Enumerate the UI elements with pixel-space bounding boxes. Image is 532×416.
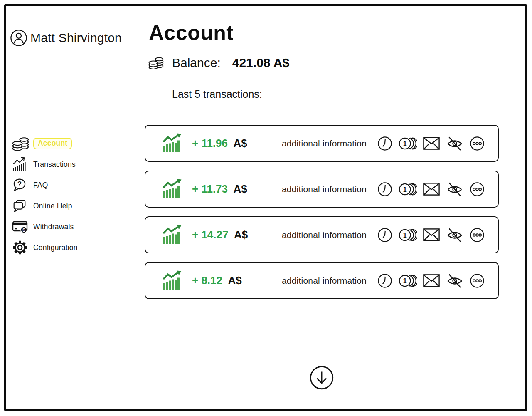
coins-icon [148, 54, 165, 71]
amount-value: + 14.27 [192, 228, 228, 241]
clock-icon[interactable] [377, 136, 392, 151]
card-dollar-icon [12, 218, 33, 235]
sidebar: Account Transactions FAQ Online Help Wit… [12, 133, 120, 258]
coin-stack-icon[interactable] [399, 182, 417, 197]
coin-stack-icon[interactable] [399, 136, 417, 151]
sidebar-item-label: Online Help [33, 202, 72, 210]
more-icon[interactable] [470, 136, 485, 151]
transaction-actions [377, 273, 485, 289]
transaction-actions [377, 181, 485, 197]
eye-off-icon[interactable] [446, 227, 463, 243]
eye-off-icon[interactable] [446, 181, 463, 197]
more-icon[interactable] [470, 182, 485, 197]
eye-off-icon[interactable] [446, 273, 463, 289]
clock-icon[interactable] [377, 273, 392, 288]
user-profile[interactable]: Matt Shirvington [10, 29, 122, 47]
growth-chart-icon [162, 179, 183, 200]
transaction-row: + 14.27 A$ additional information [145, 216, 499, 253]
transaction-list: + 11.96 A$ additional information + 11.7… [145, 125, 499, 308]
transaction-row: + 11.96 A$ additional information [145, 125, 499, 162]
mail-icon[interactable] [423, 137, 440, 150]
scroll-down-button[interactable] [309, 365, 334, 390]
amount-currency: A$ [234, 137, 247, 149]
additional-information-link[interactable]: additional information [271, 139, 377, 149]
coins-icon [12, 134, 33, 153]
arrow-down-icon [309, 365, 334, 390]
more-icon[interactable] [470, 273, 485, 288]
transaction-actions [377, 136, 485, 151]
clock-icon[interactable] [377, 182, 392, 197]
transaction-amount: + 8.12 A$ [192, 274, 271, 287]
growth-chart-icon [162, 133, 183, 154]
transactions-heading: Last 5 transactions: [172, 88, 262, 100]
growth-chart-icon [162, 225, 183, 245]
sidebar-item-label: Account [33, 138, 72, 149]
sidebar-item-online-help[interactable]: Online Help [12, 196, 120, 216]
amount-value: + 11.73 [192, 183, 228, 195]
amount-currency: A$ [228, 274, 241, 287]
user-icon [10, 29, 27, 47]
sidebar-item-label: Withdrawals [33, 223, 74, 231]
amount-currency: A$ [234, 183, 247, 195]
transaction-amount: + 11.73 A$ [192, 183, 271, 196]
balance-label: Balance: [172, 56, 221, 70]
transaction-amount: + 11.96 A$ [192, 137, 271, 150]
sidebar-item-label: FAQ [33, 181, 48, 190]
clock-icon[interactable] [377, 228, 392, 243]
transaction-row: + 8.12 A$ additional information [145, 262, 499, 299]
app-window: Matt Shirvington Account Balance: 421.08… [0, 0, 532, 416]
amount-value: + 8.12 [192, 274, 222, 287]
growth-chart-icon [162, 270, 183, 291]
user-name: Matt Shirvington [30, 31, 122, 45]
coin-stack-icon[interactable] [399, 273, 417, 288]
sidebar-item-label: Configuration [33, 243, 78, 252]
mail-icon[interactable] [423, 183, 440, 196]
question-bubble-icon [12, 177, 33, 193]
balance-value: 421.08 A$ [232, 56, 289, 70]
transaction-actions [377, 227, 485, 243]
coin-stack-icon[interactable] [399, 228, 417, 243]
sidebar-item-transactions[interactable]: Transactions [12, 154, 120, 175]
amount-value: + 11.96 [192, 137, 228, 149]
chat-bubbles-icon [12, 198, 33, 214]
sidebar-item-withdrawals[interactable]: Withdrawals [12, 216, 120, 237]
additional-information-link[interactable]: additional information [271, 230, 377, 240]
mail-icon[interactable] [423, 228, 440, 241]
more-icon[interactable] [470, 228, 485, 243]
sidebar-item-account[interactable]: Account [12, 133, 120, 154]
sidebar-item-configuration[interactable]: Configuration [12, 237, 120, 258]
additional-information-link[interactable]: additional information [271, 276, 377, 286]
sidebar-item-faq[interactable]: FAQ [12, 175, 120, 196]
page-title: Account [149, 21, 234, 45]
transaction-amount: + 14.27 A$ [192, 228, 271, 241]
balance-row: Balance: 421.08 A$ [148, 54, 289, 71]
mail-icon[interactable] [423, 274, 440, 287]
gear-icon [12, 239, 33, 256]
transaction-row: + 11.73 A$ additional information [145, 171, 499, 208]
bar-chart-icon [12, 156, 33, 173]
eye-off-icon[interactable] [446, 136, 463, 151]
additional-information-link[interactable]: additional information [271, 184, 377, 194]
amount-currency: A$ [234, 228, 248, 241]
sidebar-item-label: Transactions [33, 160, 76, 169]
